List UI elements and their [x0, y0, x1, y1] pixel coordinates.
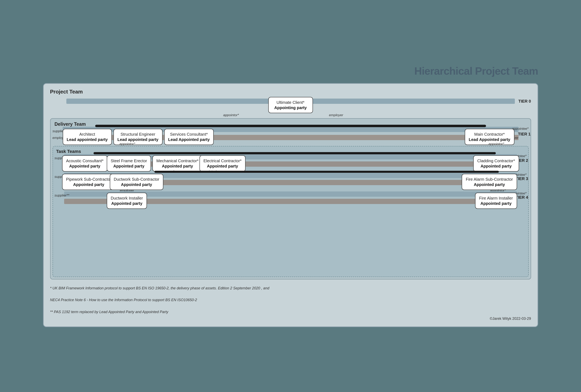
mechanical-node: Mechanical Contractor* Appointed party	[152, 155, 203, 172]
architect-node: Architect Lead appointed party	[63, 129, 112, 145]
footnote-line3: ** PAS 1192 term replaced by Lead Appoin…	[50, 309, 531, 315]
fire-sub-role: Appointed party	[466, 182, 513, 187]
services-consultant-node: Services Consultant* Lead Appointed part…	[164, 129, 214, 145]
appointor-t1-right: appointor*	[488, 142, 504, 146]
mech-role: Appointed party	[156, 163, 199, 169]
employer-label-0: employer	[329, 113, 343, 117]
fire-inst-role: Appointed party	[479, 201, 513, 206]
ductwork-inst-role: Appointed party	[111, 201, 143, 206]
hbar-t2	[94, 152, 496, 154]
pipework-title: Pipework Sub-Contractor	[66, 177, 112, 182]
steel-role: Appointed party	[111, 163, 147, 169]
page-title: Hierarchical Project Team	[43, 65, 538, 77]
architect-title: Architect	[67, 132, 108, 137]
steel-title: Steel Frame Erector	[111, 158, 147, 163]
ductwork-sub-node: Ductwork Sub-Contractor Appointed party	[110, 174, 164, 190]
struct-eng-role: Lead appointed party	[118, 137, 158, 142]
tier4-label: TIER 4	[516, 195, 528, 200]
fire-sub-title: Fire Alarm Sub-Contractor	[466, 177, 513, 182]
footnotes-area: * UK BIM Framework Information protocol …	[50, 285, 531, 315]
fire-alarm-installer-node: Fire Alarm Installer Appointed party	[475, 193, 517, 209]
main-contractor-title: Main Contractor*	[469, 132, 510, 137]
appointor-label-0: appointor*	[223, 113, 239, 117]
tier3-label: TIER 3	[516, 176, 528, 181]
electrical-node: Electrical Contractor* Appointed party	[200, 155, 246, 172]
ductwork-inst-title: Ductwork Installer	[111, 195, 143, 201]
acoustic-role: Appointed party	[66, 163, 104, 169]
acoustic-title: Acoustic Consultant*	[66, 158, 104, 163]
struct-eng-title: Structural Engineer	[118, 132, 158, 137]
cladding-node: Cladding Contractor* Appointed party	[473, 155, 519, 172]
architect-role: Lead appointed party	[67, 137, 108, 142]
fire-inst-title: Fire Alarm Installer	[479, 195, 513, 201]
appointee-t1-label: appointee*	[512, 127, 528, 131]
appointor-t1-left: appointor*	[120, 142, 135, 146]
tier0-label: TIER 0	[518, 99, 531, 104]
task-teams-box: Task Teams supplier** appointee* TIER 2 …	[52, 146, 529, 277]
pipework-node: Pipework Sub-Contractor Appointed party	[62, 174, 116, 190]
diagram-area: TIER 0 Ultimate Client* Appointing party…	[50, 97, 531, 280]
tier1-label: TIER 1	[518, 132, 530, 136]
footnote-line1: * UK BIM Framework Information protocol …	[50, 285, 531, 291]
hbar-t1	[95, 125, 486, 127]
steel-frame-node: Steel Frame Erector Appointed party	[107, 155, 151, 172]
footnote-line2: NEC4 Practice Note 6 - How to use the In…	[50, 297, 531, 303]
ultimate-client-title: Ultimate Client*	[272, 100, 309, 105]
ductwork-installer-node: Ductwork Installer Appointed party	[107, 193, 147, 209]
hbar-t3	[154, 171, 499, 173]
fire-alarm-sub-node: Fire Alarm Sub-Contractor Appointed part…	[462, 174, 517, 190]
project-team-label: Project Team	[50, 89, 531, 95]
elec-role: Appointed party	[204, 163, 242, 169]
services-role: Lead Appointed party	[168, 137, 210, 142]
main-contractor-role: Lead Appointed party	[469, 137, 510, 142]
ductwork-sub-title: Ductwork Sub-Contractor	[114, 177, 160, 182]
delivery-team-box: Delivery Team supplier** appointee* TIER…	[50, 118, 531, 280]
cladding-role: Appointed party	[477, 163, 515, 169]
acoustic-consultant-node: Acoustic Consultant* Appointed party	[62, 155, 108, 172]
elec-title: Electrical Contractor*	[204, 158, 242, 163]
copyright-text: ©Jarek Wityk 2022-03-29	[50, 317, 531, 321]
ultimate-client-node: Ultimate Client* Appointing party	[268, 97, 313, 113]
outer-project-team-box: Project Team TIER 0 Ultimate Client* App…	[43, 83, 538, 327]
ultimate-client-role: Appointing party	[272, 105, 309, 110]
mech-title: Mechanical Contractor*	[156, 158, 199, 163]
pipework-role: Appointed party	[66, 182, 112, 187]
supplier-t4: supplier**	[54, 193, 70, 198]
cladding-title: Cladding Contractor*	[477, 158, 515, 163]
services-title: Services Consultant*	[168, 132, 210, 137]
ductwork-sub-role: Appointed party	[114, 182, 160, 187]
